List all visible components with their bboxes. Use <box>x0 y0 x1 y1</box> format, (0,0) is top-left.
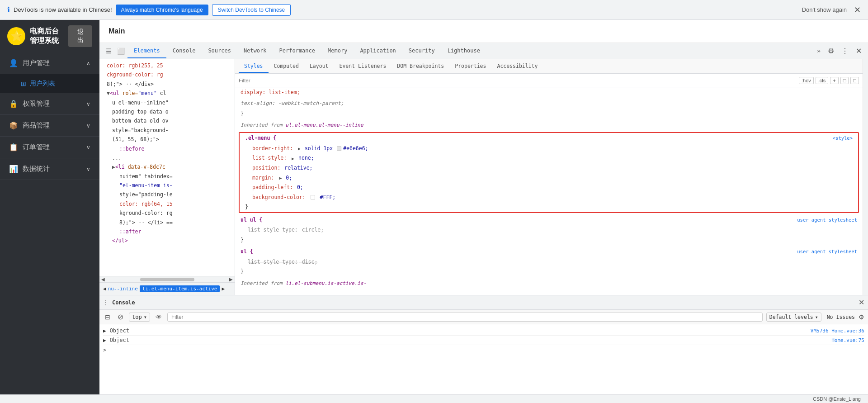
sidebar-item-product-management[interactable]: 📦 商品管理 ∨ <box>0 115 99 137</box>
sidebar-nav: 👤 用户管理 ∧ ⊞ 用户列表 🔒 权限管理 ∨ 📦 商品管理 ∨ <box>0 52 99 394</box>
breadcrumb-arrow-right[interactable]: ▶ <box>222 286 225 292</box>
tab-console[interactable]: Console <box>166 44 202 58</box>
chevron-down-icon-permission: ∨ <box>86 101 90 107</box>
content-area: Main ☰ ⬜ Elements Console Sources Networ… <box>99 20 868 394</box>
tab-network[interactable]: Network <box>237 44 273 58</box>
css-close-brace-3: } <box>235 267 863 277</box>
console-link-1[interactable]: VM5736 Home.vue:36 <box>811 328 864 334</box>
html-content[interactable]: color: rgb(255, 25 ckground-color: rg 8)… <box>99 59 235 276</box>
css-tab-accessibility[interactable]: Accessibility <box>491 60 543 73</box>
switch-devtools-button[interactable]: Switch DevTools to Chinese <box>212 4 291 16</box>
css-prop-background-color: background-color: #FFF; <box>240 193 858 203</box>
default-levels-label: Default levels <box>769 314 813 320</box>
console-row-2: ▶ Object Home.vue:75 <box>103 336 864 345</box>
css-selector-text: .el-menu { <box>245 134 276 143</box>
console-sidebar-btn[interactable]: ⊟ <box>103 313 112 322</box>
tab-lighthouse[interactable]: Lighthouse <box>441 44 486 58</box>
devtools-close-btn[interactable]: ✕ <box>853 45 864 57</box>
html-line: style="padding-le <box>99 190 235 199</box>
console-object-2: Object <box>110 337 129 343</box>
chevron-down-icon-levels: ▾ <box>815 314 818 320</box>
console-settings-btn[interactable]: ⚙ <box>859 313 864 321</box>
tab-performance[interactable]: Performance <box>273 44 321 58</box>
toggle-sidebar-button[interactable]: □ <box>840 77 849 84</box>
css-close-brace-2: } <box>235 235 863 245</box>
hov-button[interactable]: :hov <box>799 77 814 84</box>
tab-security[interactable]: Security <box>402 44 441 58</box>
css-tab-layout[interactable]: Layout <box>304 60 334 73</box>
scrollbar-thumb[interactable] <box>140 278 194 281</box>
html-line: ::after <box>99 227 235 236</box>
html-line: "el-menu-item is- <box>99 181 235 190</box>
css-right-scrollbar[interactable] <box>863 59 868 295</box>
devtools-menu-btn[interactable]: ⋮ <box>839 45 851 57</box>
tab-application[interactable]: Application <box>354 44 402 58</box>
css-filter-input[interactable] <box>239 78 795 83</box>
devtools-toolbar-icons: » ⚙ ⋮ ✕ <box>814 45 864 57</box>
html-horizontal-scrollbar[interactable]: ◀ ▶ <box>99 276 235 282</box>
nav-label-product: 商品管理 <box>23 121 50 130</box>
always-match-button[interactable]: Always match Chrome's language <box>116 5 208 15</box>
status-text: CSDN @Ensie_Liang <box>813 396 861 402</box>
css-rule-el-menu: .el-menu { <style> border-right: ▶ solid… <box>239 132 859 213</box>
css-source-style[interactable]: <style> <box>833 134 853 142</box>
console-filter-input[interactable] <box>167 313 763 322</box>
console-eye-btn[interactable]: 👁 <box>154 313 164 322</box>
expand-icon-2[interactable]: ▶ <box>103 337 106 343</box>
css-tab-styles[interactable]: Styles <box>239 60 269 73</box>
page-header: Main <box>99 20 868 43</box>
sidebar-item-order-management[interactable]: 📋 订单管理 ∨ <box>0 137 99 158</box>
expand-icon-1[interactable]: ▶ <box>103 328 106 334</box>
console-top-selector[interactable]: top ▾ <box>129 313 150 322</box>
sidebar-item-permission-management[interactable]: 🔒 权限管理 ∨ <box>0 93 99 115</box>
html-breadcrumb: ◀ nu--inline li.el-menu-item.is-active ▶ <box>99 282 235 295</box>
tab-sources[interactable]: Sources <box>202 44 237 58</box>
page-title: Main <box>108 27 125 35</box>
console-drag-icon[interactable]: ⋮ <box>103 299 108 306</box>
css-tab-dom-breakpoints[interactable]: DOM Breakpoints <box>392 60 449 73</box>
devtools-settings-btn[interactable]: ⚙ <box>825 45 837 57</box>
nav-label-data: 数据统计 <box>23 165 50 173</box>
sidebar-item-data-statistics[interactable]: 📊 数据统计 ∨ <box>0 158 99 180</box>
nav-label-permission: 权限管理 <box>23 100 50 108</box>
console-default-levels[interactable]: Default levels ▾ <box>766 313 821 322</box>
console-clear-btn[interactable]: ⊘ <box>116 312 125 322</box>
chevron-down-icon-product: ∨ <box>86 123 90 129</box>
add-rule-button[interactable]: + <box>830 77 838 84</box>
console-close-button[interactable]: ✕ <box>859 298 864 307</box>
tab-memory[interactable]: Memory <box>321 44 354 58</box>
grid-icon: ⊞ <box>21 80 26 87</box>
console-link-2[interactable]: Home.vue:75 <box>831 337 864 343</box>
console-row-1: ▶ Object VM5736 Home.vue:36 <box>103 326 864 336</box>
css-tab-properties[interactable]: Properties <box>449 60 491 73</box>
scroll-right-btn[interactable]: ▶ <box>227 277 235 282</box>
devtools-toggle-btn[interactable]: ☰ <box>103 46 114 57</box>
notification-close-button[interactable]: ✕ <box>854 5 861 15</box>
tab-elements[interactable]: Elements <box>127 44 166 58</box>
notification-text: DevTools is now available in Chinese! <box>14 6 112 13</box>
devtools-inspect-btn[interactable]: ⬜ <box>114 46 127 57</box>
html-line: 8);"> ⬝⬝ </div> <box>99 80 235 89</box>
css-selector-ul: ul { <box>241 247 253 256</box>
sidebar-item-user-list[interactable]: ⊞ 用户列表 <box>0 74 99 93</box>
more-tabs-icon[interactable]: » <box>814 47 823 54</box>
cls-button[interactable]: .cls <box>816 77 829 84</box>
order-icon: 📋 <box>9 143 18 152</box>
dont-show-again-link[interactable]: Don't show again <box>802 6 847 13</box>
breadcrumb-item-li-active[interactable]: li.el-menu-item.is-active <box>140 285 220 292</box>
console-input-caret[interactable]: > <box>103 347 106 353</box>
css-tab-event-listeners[interactable]: Event Listeners <box>334 60 392 73</box>
color-swatch-fff <box>311 195 315 199</box>
sidebar-title: 电商后台管理系统 <box>30 27 64 46</box>
logout-button[interactable]: 退出 <box>68 25 92 47</box>
css-selector-line-ul-ul: ul ul { user agent stylesheet <box>235 215 863 226</box>
console-object-1: Object <box>110 327 129 334</box>
css-content[interactable]: display: list-item; text-align: -webkit-… <box>235 87 863 295</box>
toggle-panel-button[interactable]: □ <box>850 77 859 84</box>
css-tab-computed[interactable]: Computed <box>269 60 304 73</box>
breadcrumb-item-nu-inline[interactable]: nu--inline <box>108 286 138 292</box>
sidebar-item-user-management[interactable]: 👤 用户管理 ∧ <box>0 52 99 74</box>
breadcrumb-arrow-left[interactable]: ◀ <box>103 286 106 292</box>
css-filter-bar: :hov .cls + □ □ <box>235 74 863 87</box>
scroll-left-btn[interactable]: ◀ <box>99 277 107 282</box>
